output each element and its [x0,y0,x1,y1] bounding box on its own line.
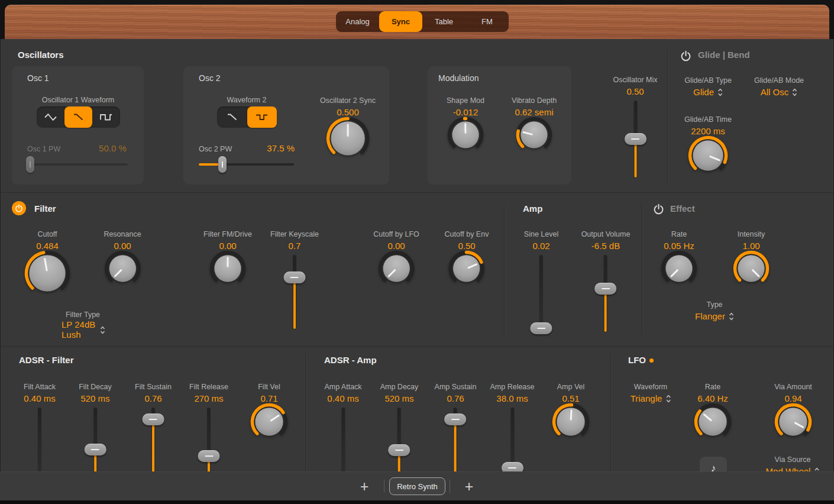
lfo-rate-knob[interactable] [694,403,732,441]
sine-level-slider[interactable] [530,255,552,332]
effect-title: Effect [670,203,695,214]
tab-fm[interactable]: FM [466,11,509,32]
amp-divider [504,203,505,336]
chevron-up-down-icon [717,88,723,96]
filter-type-dropdown[interactable]: LP 24dB Lush [62,320,105,340]
glide-time-knob[interactable] [688,135,728,176]
glide-type-control: Glide/AB Type Glide [684,76,732,98]
oscillator-mix-slider[interactable] [624,101,646,177]
filt-decay-control: Filt Decay 520 ms [79,383,112,471]
add-button-right[interactable]: + [459,476,479,496]
output-volume-label: Output Volume [581,230,631,239]
glide-type-value: Glide [693,87,714,98]
amp-sustain-label: Amp Sustain [435,383,477,392]
output-volume-value: -6.5 dB [591,241,620,251]
amp-vel-knob[interactable] [552,403,590,441]
cutoff-by-env-knob[interactable] [448,250,485,287]
preset-button[interactable]: Retro Synth [389,477,445,495]
osc2-pw-slider[interactable] [199,156,294,173]
cutoff-by-lfo-knob[interactable] [378,250,415,287]
oscillators-title: Oscillators [18,50,64,60]
tab-analog[interactable]: Analog [336,11,379,32]
cutoff-knob[interactable] [24,250,70,296]
amp-decay-value: 520 ms [384,393,413,404]
effect-intensity-control: Intensity 1.00 [733,230,770,287]
osc2-sync-control: Oscillator 2 Sync 0.500 [320,96,376,160]
osc1-pw-label: Osc 1 PW [27,145,60,154]
via-source-dropdown[interactable]: Mod Wheel [766,466,820,471]
glide-mode-dropdown[interactable]: All Osc [761,87,798,98]
resonance-control: Resonance 0.00 [104,230,141,287]
amp-attack-slider[interactable] [332,408,354,471]
via-amount-knob[interactable] [774,403,812,441]
osc1-waveform-label: Oscillator 1 Waveform [42,96,114,105]
amp-title: Amp [523,203,542,214]
filt-vel-knob[interactable] [250,403,288,441]
osc1-pw-slider[interactable] [27,156,128,173]
filt-attack-control: Filt Attack 0.40 ms [24,383,56,471]
shape-mod-knob[interactable] [447,117,484,153]
vibrato-depth-knob[interactable] [516,117,552,153]
filt-decay-label: Filt Decay [79,383,112,392]
filt-attack-slider[interactable] [28,408,51,471]
oscillator-mix-label: Oscillator Mix [613,76,657,85]
lfo-waveform-dropdown[interactable]: Triangle [631,393,671,404]
glide-power-button[interactable] [680,50,691,62]
tab-table[interactable]: Table [422,11,466,32]
filter-keyscale-slider[interactable] [283,255,306,329]
adsr-amp-title: ADSR - Amp [324,355,377,365]
resonance-label: Resonance [104,230,141,239]
filter-power-button[interactable] [12,201,26,215]
bottom-edge [0,500,834,504]
glide-type-dropdown[interactable]: Glide [693,87,723,98]
filt-decay-slider[interactable] [84,408,106,471]
tab-sync[interactable]: Sync [379,11,422,32]
osc1-panel: Osc 1 Oscillator 1 Waveform [12,66,144,185]
output-volume-slider[interactable] [594,255,617,332]
lfo-tempo-sync-button[interactable]: ♪ [700,457,727,471]
resonance-knob[interactable] [104,250,141,287]
output-volume-control: Output Volume -6.5 dB [581,230,631,332]
effect-rate-knob[interactable] [661,250,697,287]
amp-release-value: 38.0 ms [496,393,528,404]
effect-type-label: Type [706,301,722,309]
add-button-left[interactable]: + [354,476,374,496]
via-amount-control: Via Amount 0.94 [774,383,812,441]
effect-power-button[interactable] [652,203,664,215]
effect-intensity-knob[interactable] [733,250,770,287]
square-wave-button[interactable] [247,106,277,128]
osc2-title: Osc 2 [199,73,221,83]
amp-sustain-value: 0.76 [447,393,464,404]
filter-fm-drive-knob[interactable] [209,250,246,287]
retro-synth-window: Analog Sync Table FM Oscillators Osc 1 O… [0,0,834,504]
chevron-up-down-icon [792,88,797,96]
sine-level-control: Sine Level 0.02 [524,230,558,332]
osc1-title: Osc 1 [27,73,49,83]
effect-type-dropdown[interactable]: Flanger [695,311,734,322]
filter-keyscale-control: Filter Keyscale 0.7 [270,230,319,329]
effect-type-control: Type Flanger [695,301,734,322]
shape-mod-label: Shape Mod [447,96,484,105]
synth-engine-tabs: Analog Sync Table FM [336,11,509,32]
glide-mode-control: Glide/AB Mode All Osc [754,76,804,98]
adsr-row: ADSR - Filter Filt Attack 0.40 ms Filt D… [0,346,834,471]
filt-sustain-slider[interactable] [142,408,164,471]
triangle-wave-button[interactable] [37,106,64,128]
lfo-rate-control: Rate 6.40 Hz [694,383,732,441]
lfo-active-dot [649,358,654,363]
filter-type-value-line2: Lush [62,330,95,340]
saw-wave-button[interactable] [64,106,92,128]
sine-level-value: 0.02 [532,241,549,251]
osc2-pw-value: 37.5 % [247,143,295,154]
amp-release-slider[interactable] [501,408,523,471]
saw-wave-button[interactable] [217,106,247,128]
osc2-sync-knob[interactable] [326,117,370,160]
amp-sustain-slider[interactable] [444,408,467,471]
square-wave-button[interactable] [92,106,120,128]
filt-release-slider[interactable] [198,408,220,471]
osc1-waveform-switch [37,106,120,128]
amp-decay-slider[interactable] [388,408,410,471]
glide-mode-value: All Osc [761,87,789,98]
filt-release-value: 270 ms [194,393,223,404]
lfo-waveform-label: Waveform [634,383,668,392]
